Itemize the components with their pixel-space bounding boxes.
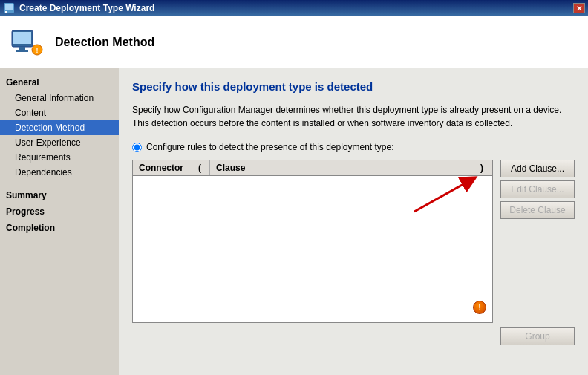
- svg-rect-2: [5, 11, 7, 13]
- sidebar-item-summary[interactable]: Summary: [0, 187, 119, 203]
- svg-rect-4: [13, 32, 31, 44]
- col-header-paren-open: (: [192, 160, 210, 175]
- col-header-paren-close: ): [474, 160, 492, 175]
- sidebar-item-completion[interactable]: Completion: [0, 220, 119, 236]
- content-area: Specify how this deployment type is dete…: [119, 68, 588, 375]
- sidebar-item-dependencies[interactable]: Dependencies: [0, 165, 119, 180]
- radio-row: Configure rules to detect the presence o…: [132, 142, 575, 152]
- sidebar-item-detection-method[interactable]: Detection Method: [0, 120, 119, 135]
- sidebar-item-progress[interactable]: Progress: [0, 203, 119, 220]
- sidebar-group-general: General: [0, 74, 119, 91]
- table-body: !: [133, 176, 492, 322]
- main-layout: General General Information Content Dete…: [0, 68, 588, 375]
- action-buttons-col: Add Clause... Edit Clause... Delete Clau…: [500, 160, 575, 323]
- sidebar-item-user-experience[interactable]: User Experience: [0, 135, 119, 150]
- col-header-connector: Connector: [133, 160, 192, 175]
- orange-warning-icon: !: [473, 301, 486, 314]
- sidebar-item-general-information[interactable]: General Information: [0, 91, 119, 105]
- sidebar-item-content[interactable]: Content: [0, 105, 119, 120]
- svg-text:!: !: [36, 47, 39, 54]
- title-bar: Create Deployment Type Wizard ✕: [0, 0, 588, 16]
- sidebar-item-requirements[interactable]: Requirements: [0, 150, 119, 165]
- header-title: Detection Method: [55, 36, 154, 49]
- table-container: Connector ( Clause ) ! Add Clause... Edi…: [132, 160, 575, 323]
- content-title: Specify how this deployment type is dete…: [132, 80, 575, 93]
- table-section: Connector ( Clause ) ! Add Clause... Edi…: [132, 160, 575, 345]
- table-header: Connector ( Clause ): [133, 160, 492, 176]
- radio-configure-rules-label: Configure rules to detect the presence o…: [146, 142, 394, 152]
- detection-rules-table: Connector ( Clause ) !: [132, 160, 493, 323]
- group-button[interactable]: Group: [500, 327, 575, 345]
- header-area: ! Detection Method: [0, 16, 588, 68]
- group-button-row: Group: [132, 327, 575, 345]
- svg-rect-5: [19, 47, 25, 50]
- svg-rect-6: [16, 50, 28, 52]
- close-button[interactable]: ✕: [573, 3, 585, 13]
- svg-rect-1: [5, 4, 13, 10]
- col-header-clause: Clause: [210, 160, 474, 175]
- delete-clause-button[interactable]: Delete Clause: [500, 201, 575, 219]
- title-bar-left: Create Deployment Type Wizard: [3, 2, 154, 14]
- wizard-icon: [3, 2, 15, 14]
- edit-clause-button[interactable]: Edit Clause...: [500, 180, 575, 198]
- add-clause-button[interactable]: Add Clause...: [500, 160, 575, 177]
- title-text: Create Deployment Type Wizard: [19, 3, 154, 13]
- deployment-icon: !: [9, 25, 45, 60]
- radio-configure-rules[interactable]: [132, 143, 142, 152]
- description-text: Specify how Configuration Manager determ…: [132, 103, 563, 130]
- sidebar: General General Information Content Dete…: [0, 68, 119, 375]
